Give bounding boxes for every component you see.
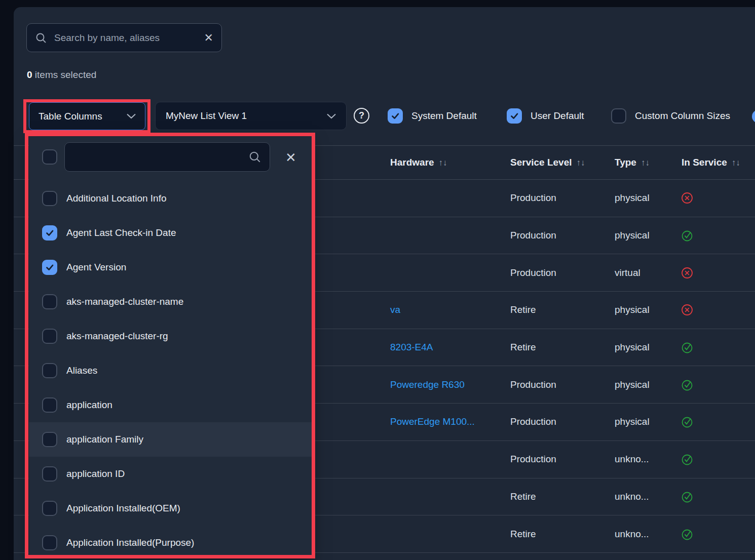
sort-icon[interactable]: ↑↓ [732,158,740,168]
toolbar-option-user-default: User Default [507,108,584,124]
checkbox-custom-column-sizes[interactable] [611,108,626,124]
service-level-cell: Production [510,230,556,241]
in-service-check-icon [681,528,694,541]
not-in-service-x-icon [681,303,694,316]
in-service-check-icon [681,341,694,354]
column-option-label: application Family [66,434,143,445]
service-level-cell: Production [510,416,556,427]
column-option-aks-managed-cluster-name[interactable]: aks-managed-cluster-name [29,285,312,319]
in-service-check-icon [681,490,694,503]
column-header-label: Type [615,157,636,168]
type-cell: physical [615,192,650,204]
service-level-cell: Production [510,267,556,278]
help-icon[interactable]: ? [354,108,369,124]
toolbar-option-system-default: System Default [388,108,477,124]
column-option-aks-managed-cluster-rg[interactable]: aks-managed-cluster-rg [29,319,312,353]
type-cell: physical [615,379,650,390]
column-option-label: Application Installed(OEM) [66,503,180,514]
column-option-application-installed-purpose-[interactable]: Application Installed(Purpose) [29,526,312,555]
table-columns-panel: ✕ Additional Location InfoAgent Last Che… [29,137,312,555]
service-level-cell: Retire [510,342,536,353]
column-option-checkbox[interactable] [42,432,57,447]
column-option-label: application ID [66,468,125,479]
toolbar-option-label: Custom Column Sizes [635,110,730,122]
column-option-checkbox[interactable] [42,294,57,309]
sort-icon[interactable]: ↑↓ [576,158,585,168]
column-option-checkbox[interactable] [42,260,57,275]
service-level-cell: Production [510,454,556,465]
service-level-cell: Production [510,379,556,390]
service-level-cell: Retire [510,529,536,540]
table-columns-button[interactable]: Table Columns [29,102,145,130]
sort-icon[interactable]: ↑↓ [641,158,650,168]
column-option-label: Additional Location Info [66,193,167,204]
column-header-label: Service Level [510,157,572,168]
column-option-checkbox[interactable] [42,363,57,378]
list-view-select[interactable]: MyNew List View 1 [155,102,347,130]
select-all-columns-checkbox[interactable] [42,149,57,165]
column-header-label: Hardware [390,157,434,168]
service-level-cell: Retire [510,491,536,502]
selected-label: items selected [35,69,96,80]
column-option-label: Agent Last Check-in Date [66,227,176,238]
column-option-checkbox[interactable] [42,535,57,550]
type-cell: unkno... [615,491,649,502]
column-option-checkbox[interactable] [42,191,57,206]
in-service-check-icon [681,453,694,466]
column-option-checkbox[interactable] [42,329,57,344]
column-header-type[interactable]: Type↑↓ [615,157,650,168]
service-level-cell: Retire [510,304,536,315]
panel-header: ✕ [29,137,312,178]
column-option-application[interactable]: application [29,388,312,422]
type-cell: unkno... [615,454,649,465]
type-cell: physical [615,304,650,315]
column-header-hardware[interactable]: Hardware↑↓ [390,157,447,168]
asset-search-input[interactable] [54,32,204,44]
column-header-service-level[interactable]: Service Level↑↓ [510,157,585,168]
hardware-link[interactable]: Poweredge R630 [390,379,465,390]
type-cell: unkno... [615,529,649,540]
column-option-label: Aliases [66,365,97,376]
column-option-application-family[interactable]: application Family [29,422,312,457]
column-option-label: aks-managed-cluster-name [66,296,183,307]
column-option-application-installed-oem-[interactable]: Application Installed(OEM) [29,491,312,526]
not-in-service-x-icon [681,191,694,205]
hardware-link[interactable]: 8203-E4A [390,342,433,353]
column-option-label: application [66,399,112,411]
selected-count: 0 [27,69,32,80]
type-cell: physical [615,230,650,241]
hardware-link[interactable]: PowerEdge M100... [390,416,475,427]
column-option-checkbox[interactable] [42,501,57,516]
column-option-aliases[interactable]: Aliases [29,353,312,388]
service-level-cell: Production [510,192,556,204]
column-option-checkbox[interactable] [42,397,57,413]
column-option-agent-version[interactable]: Agent Version [29,250,312,285]
chevron-down-icon [327,113,336,119]
hardware-link[interactable]: va [390,304,400,315]
checkbox-system-default[interactable] [388,108,403,124]
columns-search-box[interactable] [64,142,270,172]
sort-icon[interactable]: ↑↓ [439,158,447,168]
column-header-label: In Service [682,157,727,168]
column-option-additional-location-info[interactable]: Additional Location Info [29,181,312,216]
close-panel-icon[interactable]: ✕ [282,149,299,166]
in-service-check-icon [681,378,694,391]
type-cell: physical [615,416,650,427]
column-option-application-id[interactable]: application ID [29,457,312,491]
chevron-down-icon [127,113,136,119]
column-option-agent-last-check-in-date[interactable]: Agent Last Check-in Date [29,216,312,250]
clear-search-icon[interactable]: ✕ [204,32,213,44]
column-option-label: aks-managed-cluster-rg [66,331,168,342]
toolbar-option-label: User Default [531,110,584,122]
asset-search-box[interactable]: ✕ [26,23,222,52]
columns-search-input[interactable] [73,151,248,163]
column-option-label: Agent Version [66,262,126,273]
column-header-in-service[interactable]: In Service↑↓ [682,157,740,168]
column-option-checkbox[interactable] [42,466,57,482]
type-cell: physical [615,342,650,353]
table-columns-label: Table Columns [39,111,102,122]
search-icon [35,32,47,44]
in-service-check-icon [681,229,694,242]
checkbox-user-default[interactable] [507,108,522,124]
column-option-checkbox[interactable] [42,225,57,241]
